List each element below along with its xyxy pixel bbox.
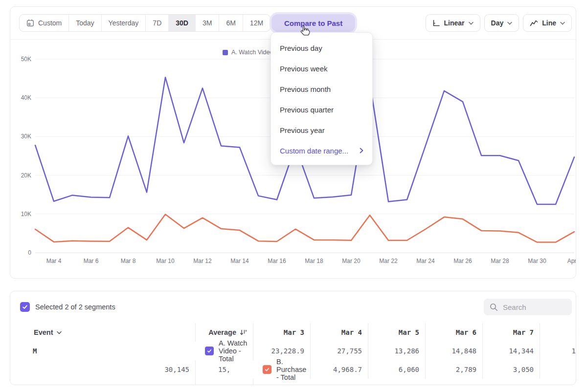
column-header-mar-6: Mar 6 [426,323,483,342]
column-header-mar-7: Mar 7 [483,323,540,342]
search-input[interactable] [503,303,566,311]
svg-text:40K: 40K [21,94,31,101]
menu-item-previous-day[interactable]: Previous day [271,38,372,58]
segments-selected-label: Selected 2 of 2 segments [35,303,115,311]
cell-value-clipped: 15, [196,360,253,379]
cell-value: 14,344 [483,342,540,360]
range-7d[interactable]: 7D [146,15,169,31]
check-icon [22,304,28,310]
chevron-right-icon [360,148,363,153]
segment-name: B. Purchase - Total [276,358,310,381]
line-chart-icon [530,20,538,26]
menu-item-previous-week[interactable]: Previous week [271,58,372,79]
segments-header: Selected 2 of 2 segments [20,298,572,316]
segment-name: A. Watch Video - Total [219,339,253,363]
svg-text:Mar 16: Mar 16 [268,258,286,264]
cell-value: 14,848 [426,342,483,360]
svg-text:10K: 10K [21,211,31,218]
column-header-mar-3: Mar 3 [253,323,311,342]
cell-value: 13,286 [368,342,426,360]
range-6m[interactable]: 6M [219,15,243,31]
search-icon [490,303,498,311]
range-yesterday[interactable]: Yesterday [102,15,146,31]
chevron-down-icon [57,331,62,334]
granularity-dropdown[interactable]: Day [484,14,519,32]
svg-text:50K: 50K [21,56,31,63]
svg-text:Mar 6: Mar 6 [84,258,99,264]
menu-item-previous-year[interactable]: Previous year [271,120,372,140]
table-row-watch-video: A. Watch Video - Total [196,342,253,360]
svg-text:Mar 28: Mar 28 [491,258,509,264]
chevron-down-icon [469,22,474,25]
svg-text:Mar 10: Mar 10 [156,258,175,264]
search-box[interactable] [484,299,572,315]
svg-text:Mar 18: Mar 18 [305,258,323,264]
column-header-clipped: M [10,342,196,360]
svg-text:Mar 4: Mar 4 [46,258,62,264]
svg-text:Apr 1: Apr 1 [567,258,576,264]
check-icon [264,367,270,372]
menu-item-previous-month[interactable]: Previous month [271,79,372,99]
svg-text:Mar 26: Mar 26 [453,258,472,264]
segments-card: Selected 2 of 2 segments Event Average [10,291,576,385]
cell-value: 3,050 [483,360,540,379]
menu-item-custom-date-range[interactable]: Custom date range... [271,140,372,161]
scale-label: Linear [444,19,465,27]
cell-value: 6,484 [196,379,253,385]
range-12m[interactable]: 12M [243,15,270,31]
granularity-label: Day [491,19,504,27]
check-icon [206,348,212,354]
cell-value: 30,145 [10,360,196,379]
row-checkbox-watch-video[interactable] [205,347,214,355]
cell-value: 2,925 [10,379,196,385]
svg-text:20K: 20K [21,172,31,179]
chart-controls: Linear Day [426,14,572,32]
svg-text:Mar 30: Mar 30 [528,258,546,264]
cell-average: 4,968.7 [311,360,368,379]
svg-text:0: 0 [28,249,31,256]
cell-value: 27,755 [311,342,368,360]
range-today[interactable]: Today [69,15,101,31]
cell-value: 2,789 [426,360,483,379]
chart-type-label: Line [542,19,556,27]
scale-dropdown[interactable]: Linear [426,14,480,32]
column-header-mar-8: Mar 8 [540,323,576,342]
svg-text:Mar 20: Mar 20 [342,258,361,264]
row-checkbox-purchase[interactable] [263,365,271,374]
svg-text:Mar 8: Mar 8 [121,258,136,264]
svg-text:Mar 22: Mar 22 [379,258,398,264]
svg-text:30K: 30K [21,133,31,140]
select-all-checkbox[interactable] [20,302,30,312]
column-header-event[interactable]: Event [10,323,196,342]
column-header-mar-5: Mar 5 [368,323,426,342]
chevron-down-icon [507,22,512,25]
chart-type-dropdown[interactable]: Line [523,14,572,32]
svg-text:Mar 12: Mar 12 [193,258,212,264]
range-30d[interactable]: 30D [169,15,196,31]
compare-menu: Previous day Previous week Previous mont… [271,32,373,165]
calendar-icon [26,19,34,27]
range-3m[interactable]: 3M [196,15,219,31]
date-range-group: Custom Today Yesterday 7D 30D 3M 6M 12M [19,14,271,32]
svg-text:Mar 14: Mar 14 [230,258,249,264]
cell-value: 14,230 [540,342,576,360]
compare-to-past-button[interactable]: Compare to Past [271,14,355,32]
table-row-purchase: B. Purchase - Total [253,360,311,379]
sort-descending-icon [240,329,247,336]
cell-value-clipped: 3, [253,379,311,385]
cell-value: 2,973 [540,360,576,379]
menu-item-previous-quarter[interactable]: Previous quarter [271,99,372,120]
svg-text:Mar 24: Mar 24 [416,258,435,264]
chevron-down-icon [560,22,565,25]
segments-table: Event Average Mar 3 Mar 4 Mar 5 Mar 6 Ma… [10,323,576,385]
column-header-mar-4: Mar 4 [311,323,368,342]
analytics-page: Custom Today Yesterday 7D 30D 3M 6M 12M … [0,0,587,392]
linear-axis-icon [432,20,440,27]
range-label: Custom [38,19,62,27]
range-custom[interactable]: Custom [20,15,69,31]
cell-value: 6,060 [368,360,426,379]
